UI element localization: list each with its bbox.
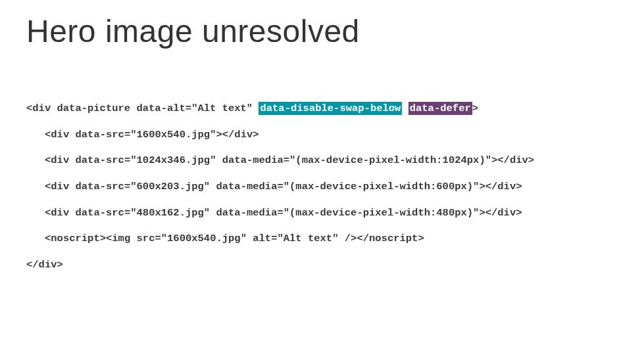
code-line: <div data-src="600x203.jpg" data-media="… (26, 180, 618, 194)
code-line: <noscript><img src="1600x540.jpg" alt="A… (26, 232, 618, 246)
code-sep (402, 102, 408, 114)
highlight-defer: data-defer (409, 102, 472, 115)
code-line-close: </div> (26, 258, 618, 273)
code-block: <div data-picture data-alt="Alt text" da… (26, 102, 618, 273)
code-line-open: <div data-picture data-alt="Alt text" da… (26, 102, 618, 116)
code-open-suffix: > (472, 102, 478, 114)
code-line: <div data-src="480x162.jpg" data-media="… (26, 206, 618, 221)
slide-title: Hero image unresolved (26, 13, 618, 49)
code-line: <div data-src="1024x346.jpg" data-media=… (26, 154, 618, 168)
code-open-prefix: <div data-picture data-alt="Alt text" (26, 102, 259, 114)
highlight-disable-swap: data-disable-swap-below (259, 102, 402, 115)
code-line: <div data-src="1600x540.jpg"></div> (26, 128, 618, 143)
